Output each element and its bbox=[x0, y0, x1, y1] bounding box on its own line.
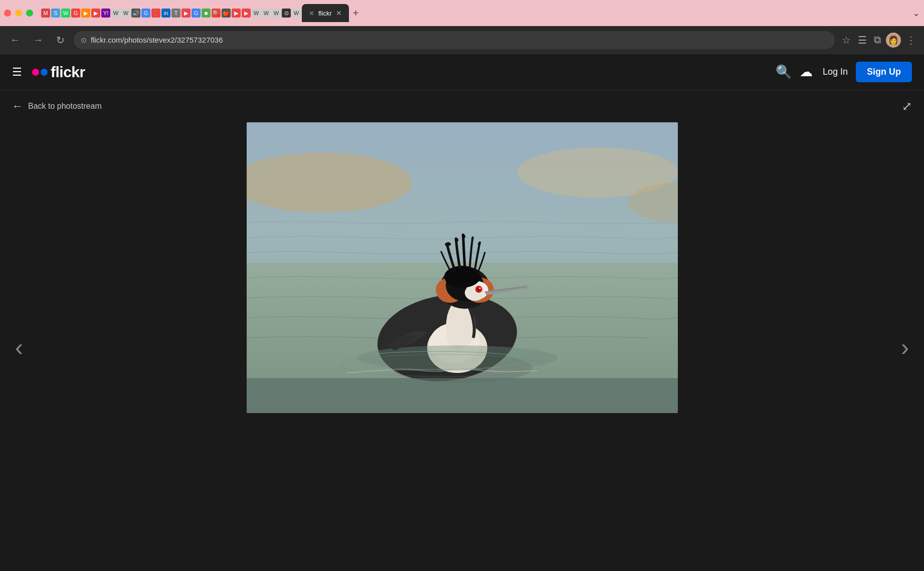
tab-strip: M S W G ▶ ▶ Y! W W 🔊 G 📍 in T ▶ G ■ 🔍 🍎 … bbox=[41, 4, 910, 22]
security-icon: ⊙ bbox=[81, 36, 87, 44]
tab-favicon-3[interactable]: W bbox=[61, 9, 70, 18]
tab-favicon-22[interactable]: W bbox=[252, 9, 261, 18]
active-tab-title: flickr bbox=[318, 10, 332, 17]
tab-bar: M S W G ▶ ▶ Y! W W 🔊 G 📍 in T ▶ G ■ 🔍 🍎 … bbox=[0, 0, 924, 26]
browser-frame: M S W G ▶ ▶ Y! W W 🔊 G 📍 in T ▶ G ■ 🔍 🍎 … bbox=[0, 0, 924, 571]
address-bar[interactable]: ⊙ flickr.com/photos/stevex2/32757327036 bbox=[74, 31, 835, 49]
tab-favicon-10[interactable]: 🔊 bbox=[131, 9, 140, 18]
bird-photo-svg bbox=[247, 122, 678, 413]
tab-favicon-26[interactable]: W bbox=[292, 9, 301, 18]
tab-favicon-23[interactable]: W bbox=[262, 9, 271, 18]
flickr-dots bbox=[32, 69, 48, 76]
hamburger-menu-button[interactable]: ☰ bbox=[12, 66, 22, 79]
window-controls bbox=[4, 10, 33, 17]
tab-favicon-5[interactable]: ▶ bbox=[81, 9, 90, 18]
signup-button[interactable]: Sign Up bbox=[856, 62, 912, 82]
tab-favicon-7[interactable]: Y! bbox=[101, 9, 110, 18]
url-text: flickr.com/photos/stevex2/32757327036 bbox=[91, 36, 223, 44]
main-photo-container bbox=[247, 122, 678, 413]
nav-actions: ☆ ☰ ⧉ 👩 ⋮ bbox=[840, 32, 918, 48]
forward-browser-button[interactable]: → bbox=[29, 32, 47, 48]
tab-favicon-20[interactable]: ▶ bbox=[232, 9, 241, 18]
previous-photo-button[interactable]: ‹ bbox=[10, 328, 28, 365]
tab-overflow-button[interactable]: ⌄ bbox=[912, 8, 920, 19]
bookmark-button[interactable]: ☆ bbox=[840, 32, 853, 48]
photo-page-content: ← Back to photostream ⤢ ‹ bbox=[0, 90, 924, 571]
nav-bar: ← → ↻ ⊙ flickr.com/photos/stevex2/327573… bbox=[0, 26, 924, 54]
tab-favicon-13[interactable]: in bbox=[161, 9, 170, 18]
active-tab-favicon: ✕ bbox=[309, 10, 314, 17]
tab-favicon-11[interactable]: G bbox=[141, 9, 150, 18]
tab-favicon-24[interactable]: W bbox=[272, 9, 281, 18]
tab-favicon-14[interactable]: T bbox=[171, 9, 180, 18]
active-tab-close[interactable]: ✕ bbox=[336, 9, 342, 17]
flickr-logo[interactable]: flickr bbox=[32, 64, 85, 81]
user-avatar[interactable]: 👩 bbox=[886, 33, 901, 48]
tab-list-button[interactable]: ☰ bbox=[856, 32, 869, 48]
split-view-button[interactable]: ⧉ bbox=[872, 32, 883, 48]
tab-favicon-25[interactable]: ⊙ bbox=[282, 9, 291, 18]
tab-favicon-17[interactable]: ■ bbox=[202, 9, 211, 18]
tab-favicon-8[interactable]: W bbox=[111, 9, 120, 18]
close-window-button[interactable] bbox=[4, 10, 11, 17]
login-button[interactable]: Log In bbox=[823, 67, 848, 77]
tab-favicons: M S W G ▶ ▶ Y! W W 🔊 G 📍 in T ▶ G ■ 🔍 🍎 … bbox=[41, 9, 301, 18]
svg-point-18 bbox=[479, 288, 480, 289]
photo-container: ‹ bbox=[0, 122, 924, 571]
tab-favicon-6[interactable]: ▶ bbox=[91, 9, 100, 18]
svg-point-19 bbox=[357, 345, 558, 370]
minimize-window-button[interactable] bbox=[15, 10, 22, 17]
reload-button[interactable]: ↻ bbox=[52, 32, 69, 48]
flickr-brand-name: flickr bbox=[51, 64, 85, 81]
expand-photo-button[interactable]: ⤢ bbox=[902, 99, 912, 113]
tab-favicon-18[interactable]: 🔍 bbox=[212, 9, 221, 18]
svg-rect-22 bbox=[247, 378, 678, 413]
browser-menu-button[interactable]: ⋮ bbox=[904, 32, 918, 48]
tab-favicon-1[interactable]: M bbox=[41, 9, 50, 18]
tab-favicon-2[interactable]: S bbox=[51, 9, 60, 18]
next-photo-button[interactable]: › bbox=[896, 328, 914, 365]
back-browser-button[interactable]: ← bbox=[6, 32, 24, 48]
tab-favicon-15[interactable]: ▶ bbox=[181, 9, 191, 18]
dot-pink-icon bbox=[32, 69, 39, 76]
tab-favicon-19[interactable]: 🍎 bbox=[222, 9, 231, 18]
active-tab[interactable]: ✕ flickr ✕ bbox=[302, 4, 349, 22]
back-to-photostream-link[interactable]: Back to photostream bbox=[28, 102, 102, 111]
dot-blue-icon bbox=[41, 69, 48, 76]
tab-favicon-21[interactable]: ▶ bbox=[242, 9, 251, 18]
back-navigation: ← Back to photostream ⤢ bbox=[0, 90, 924, 122]
search-button[interactable]: 🔍 bbox=[776, 64, 792, 80]
tab-favicon-12[interactable]: 📍 bbox=[151, 9, 160, 18]
tab-favicon-4[interactable]: G bbox=[71, 9, 80, 18]
flickr-page: ☰ flickr 🔍 ☁ Log In Sign Up ← Back to ph… bbox=[0, 54, 924, 571]
flickr-header: ☰ flickr 🔍 ☁ Log In Sign Up bbox=[0, 54, 924, 90]
tab-favicon-9[interactable]: W bbox=[121, 9, 130, 18]
tab-favicon-16[interactable]: G bbox=[192, 9, 201, 18]
back-arrow-icon[interactable]: ← bbox=[12, 100, 23, 113]
new-tab-button[interactable]: + bbox=[353, 8, 359, 19]
upload-button[interactable]: ☁ bbox=[800, 64, 813, 80]
maximize-window-button[interactable] bbox=[26, 10, 33, 17]
